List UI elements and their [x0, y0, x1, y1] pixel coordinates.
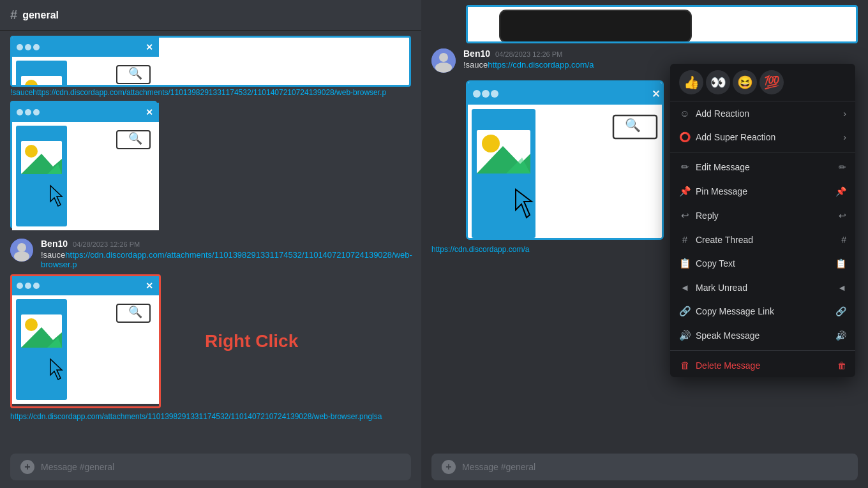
menu-label-unread: Mark Unread [696, 283, 747, 293]
menu-separator-1 [670, 152, 855, 152]
edit-icon-right: ✏ [839, 162, 846, 172]
svg-text:✕: ✕ [146, 281, 153, 291]
svg-point-42 [25, 318, 38, 331]
svg-text:✕: ✕ [652, 89, 660, 100]
svg-point-2 [17, 44, 23, 50]
emoji-eyes[interactable]: 👀 [706, 70, 730, 94]
add-attachment-icon[interactable]: + [20, 460, 34, 474]
menu-item-reply[interactable]: ↩ Reply ↩ [670, 203, 855, 228]
third-browser-container: ✕ 🔍 Right Click [10, 274, 411, 408]
svg-point-52 [439, 53, 448, 62]
thread-icon-right: # [841, 235, 846, 245]
right-browser-image: ✕ 🔍 [466, 80, 664, 240]
pin-icon: 📌 [679, 186, 691, 197]
svg-rect-40 [16, 299, 67, 400]
menu-item-pin-right: 📌 [835, 186, 846, 196]
message-input-left[interactable]: + Message #general [10, 454, 411, 480]
ben10-message-row-left: Ben10 04/28/2023 12:26 PM !saucehttps://… [0, 236, 421, 272]
svg-point-24 [25, 145, 38, 158]
copy-text-icon: 📋 [679, 258, 691, 269]
message-content-left: Ben10 04/28/2023 12:26 PM !saucehttps://… [41, 239, 412, 269]
svg-point-57 [482, 90, 490, 98]
message-link-left[interactable]: https://cdn.discordapp.com/attachments/1… [41, 250, 412, 269]
menu-item-copy-link[interactable]: 🔗 Copy Message Link 🔗 [670, 299, 855, 323]
svg-point-3 [25, 44, 31, 50]
svg-text:✕: ✕ [146, 107, 153, 117]
top-partial-image: ✕ 🔍 [10, 36, 411, 87]
edit-icon: ✏ [679, 161, 691, 173]
svg-text:🔍: 🔍 [625, 117, 641, 133]
menu-item-thread-left: # Create Thread [679, 234, 753, 245]
speak-icon: 🔊 [679, 330, 691, 341]
channel-name: general [22, 10, 59, 21]
menu-item-edit-right: ✏ [839, 162, 846, 172]
browser-svg-third: ✕ 🔍 [12, 276, 159, 404]
menu-item-mark-unread[interactable]: ◄ Mark Unread ◄ [670, 276, 855, 299]
reply-icon-right: ↩ [839, 211, 846, 221]
add-reaction-arrow: › [843, 108, 846, 119]
right-add-attachment-icon[interactable]: + [442, 460, 456, 474]
pin-icon-right: 📌 [835, 186, 846, 196]
delete-icon: 🗑 [679, 360, 691, 371]
menu-item-create-thread[interactable]: # Create Thread # [670, 228, 855, 251]
menu-item-speak-message[interactable]: 🔊 Speak Message 🔊 [670, 323, 855, 348]
menu-item-delete-message[interactable]: 🗑 Delete Message 🗑 [670, 353, 855, 377]
svg-text:🔍: 🔍 [128, 305, 143, 319]
username-left: Ben10 [41, 239, 68, 249]
menu-label-thread: Create Thread [696, 235, 753, 245]
menu-item-speak-right: 🔊 [835, 330, 846, 341]
emoji-100[interactable]: 💯 [760, 70, 784, 94]
browser-svg-second: ✕ 🔍 [12, 103, 159, 230]
super-reaction-icon: ⭕ [679, 131, 691, 143]
svg-point-56 [473, 90, 481, 98]
mark-unread-icon: ◄ [679, 282, 691, 293]
menu-item-add-reaction-right: › [843, 108, 846, 119]
menu-item-add-super-reaction[interactable]: ⭕ Add Super Reaction › [670, 125, 855, 149]
right-click-label: Right Click [205, 331, 298, 351]
menu-item-delete-left: 🗑 Delete Message [679, 360, 760, 371]
menu-item-speak-left: 🔊 Speak Message [679, 330, 760, 341]
menu-item-copy-text[interactable]: 📋 Copy Text 📋 [670, 251, 855, 276]
url-link-bottom[interactable]: https://cdn.discordapp.com/attachments/1… [0, 411, 408, 422]
menu-label-add-reaction: Add Reaction [696, 108, 749, 119]
url-link-top[interactable]: !saucehttps://cdn.discordapp.com/attachm… [0, 87, 408, 98]
menu-item-copylink-left: 🔗 Copy Message Link [679, 306, 774, 317]
messages-area: ✕ 🔍 !saucehttps://cdn.discordapp.com/att… [0, 31, 421, 446]
right-timestamp: 04/28/2023 12:26 PM [495, 50, 562, 58]
avatar-ben10-right [431, 48, 456, 73]
right-partial-svg [468, 7, 723, 43]
menu-item-pin-message[interactable]: 📌 Pin Message 📌 [670, 179, 855, 203]
menu-item-thread-right: # [841, 235, 846, 245]
menu-label-pin: Pin Message [696, 186, 747, 196]
menu-item-super-right: › [843, 132, 846, 142]
input-placeholder-left[interactable]: Message #general [41, 462, 114, 472]
svg-point-53 [435, 63, 452, 73]
menu-item-super-left: ⭕ Add Super Reaction [679, 131, 775, 143]
avatar-svg [10, 239, 33, 262]
svg-rect-22 [16, 126, 67, 226]
svg-text:🔍: 🔍 [128, 131, 143, 145]
right-avatar-svg [431, 48, 456, 73]
svg-point-19 [25, 109, 31, 115]
right-msg-link[interactable]: https://cdn.discordapp.com/a [488, 60, 594, 70]
copy-text-icon-right: 📋 [835, 258, 846, 269]
svg-point-4 [33, 44, 40, 50]
message-meta-left: Ben10 04/28/2023 12:26 PM [41, 239, 412, 249]
menu-separator-2 [670, 350, 855, 351]
menu-item-reply-left: ↩ Reply [679, 210, 719, 221]
right-input-placeholder[interactable]: Message #general [462, 462, 535, 472]
red-outline-image: ✕ 🔍 [10, 274, 161, 408]
menu-label-super-reaction: Add Super Reaction [696, 132, 775, 142]
right-msg-meta: Ben10 04/28/2023 12:26 PM [463, 48, 858, 59]
emoji-quick-row: 👍 👀 😆 💯 [670, 64, 855, 101]
emoji-laugh[interactable]: 😆 [733, 70, 757, 94]
menu-label-reply: Reply [696, 211, 719, 221]
right-message-input[interactable]: + Message #general [431, 454, 858, 480]
menu-item-edit-message[interactable]: ✏ Edit Message ✏ [670, 155, 855, 179]
svg-text:🔍: 🔍 [128, 66, 143, 80]
menu-item-pin-left: 📌 Pin Message [679, 186, 747, 197]
svg-point-18 [17, 109, 23, 115]
menu-label-edit: Edit Message [696, 162, 750, 172]
emoji-thumbsup[interactable]: 👍 [679, 70, 703, 94]
menu-item-add-reaction[interactable]: ☺ Add Reaction › [670, 101, 855, 125]
